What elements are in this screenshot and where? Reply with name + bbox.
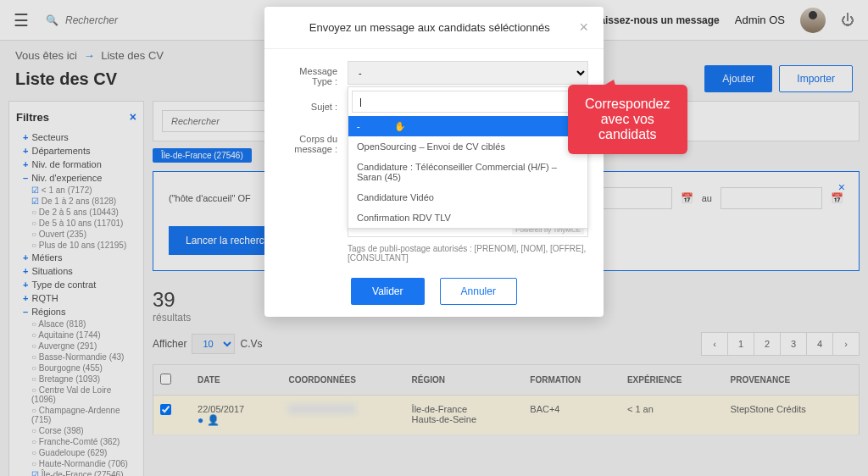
- dropdown-option[interactable]: - ✋: [348, 116, 587, 136]
- modal-title: Envoyez un message aux candidats sélécti…: [280, 21, 579, 34]
- merge-tags-note: Tags de publi-postage autorisés : [PRENO…: [348, 244, 588, 263]
- message-type-select[interactable]: -: [348, 61, 588, 85]
- message-type-dropdown: - ✋OpenSourcing – Envoi de CV ciblésCand…: [348, 86, 588, 229]
- label-body: Corps du message :: [280, 129, 348, 263]
- dropdown-option[interactable]: Confirmation RDV TLV: [348, 208, 587, 228]
- validate-button[interactable]: Valider: [351, 278, 424, 305]
- dropdown-search-input[interactable]: [352, 91, 591, 113]
- send-message-modal: Envoyez un message aux candidats sélécti…: [264, 7, 604, 317]
- dropdown-option[interactable]: Candidature Vidéo: [348, 187, 587, 208]
- cancel-button[interactable]: Annuler: [440, 278, 517, 305]
- modal-backdrop[interactable]: Envoyez un message aux candidats sélécti…: [0, 0, 868, 476]
- callout-bubble: Correspondez avec vos candidats: [568, 85, 687, 154]
- label-message-type: Message Type :: [280, 61, 348, 86]
- dropdown-option[interactable]: Candidature : Téléconseiller Commercial …: [348, 157, 587, 187]
- dropdown-option[interactable]: OpenSourcing – Envoi de CV ciblés: [348, 136, 587, 157]
- close-icon[interactable]: ×: [579, 19, 588, 36]
- cursor-icon: ✋: [394, 121, 406, 132]
- label-subject: Sujet :: [280, 97, 348, 119]
